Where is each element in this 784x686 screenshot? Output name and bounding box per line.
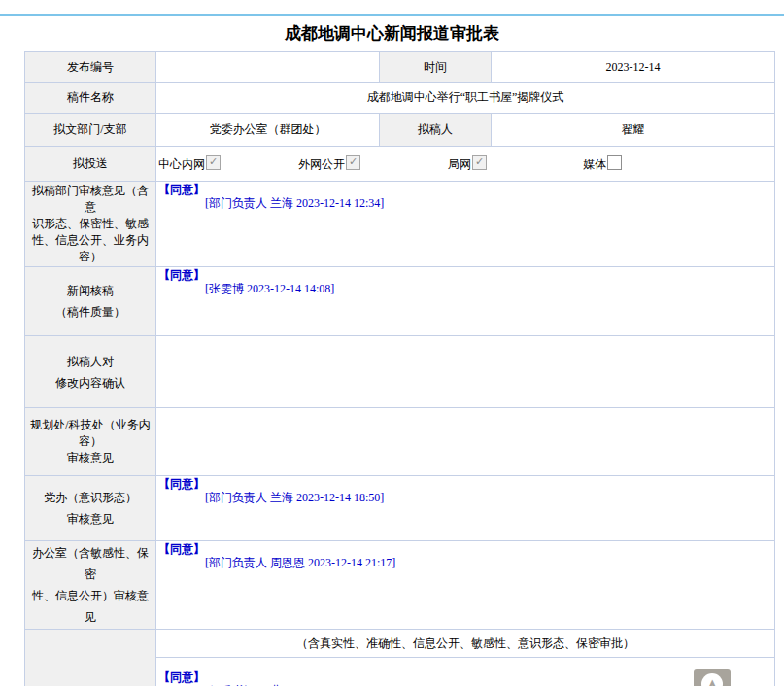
time-value: 2023-12-14	[492, 52, 775, 83]
row-planning-review: 规划处/科技处（业务内 容） 审核意见	[25, 408, 775, 476]
row-department: 拟文部门/支部 党委办公室（群团处） 拟稿人 翟耀	[25, 114, 775, 147]
leader-agree: 【同意】	[158, 670, 772, 684]
field-label-publish-number: 发布编号	[25, 52, 156, 83]
checkbox-item-public-extranet: 外网公开	[298, 155, 448, 173]
checkbox-item-center-intranet: 中心内网	[158, 155, 298, 173]
party-review-signature: [部门负责人 兰海 2023-12-14 18:50]	[158, 491, 772, 505]
field-label-party-review: 党办（意识形态） 审核意见	[25, 476, 156, 541]
media-checkbox[interactable]	[607, 155, 622, 170]
field-label-department: 拟文部门/支部	[25, 114, 156, 147]
party-review-opinion: 【同意】 [部门负责人 兰海 2023-12-14 18:50]	[156, 476, 775, 541]
news-check-signature: [张雯博 2023-12-14 14:08]	[158, 282, 772, 296]
dept-review-signature: [部门负责人 兰海 2023-12-14 12:34]	[158, 196, 772, 211]
top-accent-line	[0, 0, 784, 16]
row-drafter-confirm: 拟稿人对 修改内容确认	[25, 336, 775, 408]
field-label-leader-opinion: 分管领导意见	[25, 630, 156, 686]
field-label-planning-review: 规划处/科技处（业务内 容） 审核意见	[25, 408, 156, 476]
dept-review-opinion: 【同意】 [部门负责人 兰海 2023-12-14 12:34]	[156, 182, 775, 267]
row-publish-number: 发布编号 时间 2023-12-14	[25, 52, 775, 83]
party-review-agree: 【同意】	[158, 477, 772, 491]
checkbox-label-bureau-net: 局网	[448, 157, 471, 171]
approval-form-table: 发布编号 时间 2023-12-14 稿件名称 成都地调中心举行“职工书屋”揭牌…	[24, 51, 775, 686]
up-arrow-icon: ➤	[701, 673, 723, 686]
article-title-value: 成都地调中心举行“职工书屋”揭牌仪式	[156, 83, 775, 114]
field-label-drafter: 拟稿人	[380, 114, 492, 147]
row-news-check: 新闻核稿 （稿件质量） 【同意】 [张雯博 2023-12-14 14:08]	[25, 267, 775, 336]
row-office-review: 办公室（含敏感性、保密 性、信息公开）审核意见 【同意】 [部门负责人 周恩恩 …	[25, 541, 775, 630]
office-review-opinion: 【同意】 [部门负责人 周恩恩 2023-12-14 21:17]	[156, 541, 775, 630]
field-label-dept-review: 拟稿部门审核意见（含意 识形态、保密性、敏感 性、信息公开、业务内 容）	[25, 182, 156, 267]
center-intranet-checkbox[interactable]	[206, 155, 221, 170]
field-label-article-title: 稿件名称	[25, 83, 156, 114]
page-title: 成都地调中心新闻报道审批表	[0, 24, 784, 44]
bureau-net-checkbox[interactable]	[472, 155, 487, 170]
field-label-news-check: 新闻核稿 （稿件质量）	[25, 267, 156, 336]
field-label-drafter-confirm: 拟稿人对 修改内容确认	[25, 336, 156, 408]
row-party-review: 党办（意识形态） 审核意见 【同意】 [部门负责人 兰海 2023-12-14 …	[25, 476, 775, 541]
checkbox-label-media: 媒体	[583, 157, 606, 171]
row-article-title: 稿件名称 成都地调中心举行“职工书屋”揭牌仪式	[25, 83, 775, 114]
row-dept-review: 拟稿部门审核意见（含意 识形态、保密性、敏感 性、信息公开、业务内 容） 【同意…	[25, 182, 775, 267]
field-label-office-review: 办公室（含敏感性、保密 性、信息公开）审核意见	[25, 541, 156, 630]
news-check-agree: 【同意】	[158, 268, 772, 282]
office-review-signature: [部门负责人 周恩恩 2023-12-14 21:17]	[158, 556, 772, 570]
checkbox-label-public-extranet: 外网公开	[298, 157, 345, 171]
page: 成都地调中心新闻报道审批表 发布编号 时间 2023-12-14 稿件名称 成都…	[0, 0, 784, 686]
scroll-to-top-button[interactable]: ➤	[694, 669, 731, 686]
leader-opinion-note: （含真实性、准确性、信息公开、敏感性、意识形态、保密审批）	[156, 630, 775, 658]
field-label-submit-targets: 拟投送	[25, 147, 156, 182]
office-review-agree: 【同意】	[158, 542, 772, 556]
drafter-confirm-opinion	[156, 336, 775, 408]
planning-review-opinion	[156, 408, 775, 476]
row-leader-note: 分管领导意见 （含真实性、准确性、信息公开、敏感性、意识形态、保密审批）	[25, 630, 775, 658]
news-check-opinion: 【同意】 [张雯博 2023-12-14 14:08]	[156, 267, 775, 336]
department-value: 党委办公室（群团处）	[156, 114, 380, 147]
drafter-value: 翟耀	[492, 114, 775, 147]
publish-number-value	[156, 52, 380, 83]
checkbox-item-bureau-net: 局网	[448, 155, 583, 173]
public-extranet-checkbox[interactable]	[346, 155, 360, 170]
submit-targets: 中心内网 外网公开 局网 媒体	[158, 155, 772, 173]
field-label-time: 时间	[380, 52, 492, 83]
dept-review-agree: 【同意】	[158, 183, 772, 196]
checkbox-label-center-intranet: 中心内网	[158, 157, 205, 171]
checkbox-item-media: 媒体	[583, 155, 772, 173]
submit-targets-cell: 中心内网 外网公开 局网 媒体	[156, 147, 775, 182]
row-submit-targets: 拟投送 中心内网 外网公开 局网 媒体	[25, 147, 775, 182]
leader-opinion: 【同意】 [纪委书记 王兆国 2023-12-15 14:18]	[156, 658, 775, 686]
